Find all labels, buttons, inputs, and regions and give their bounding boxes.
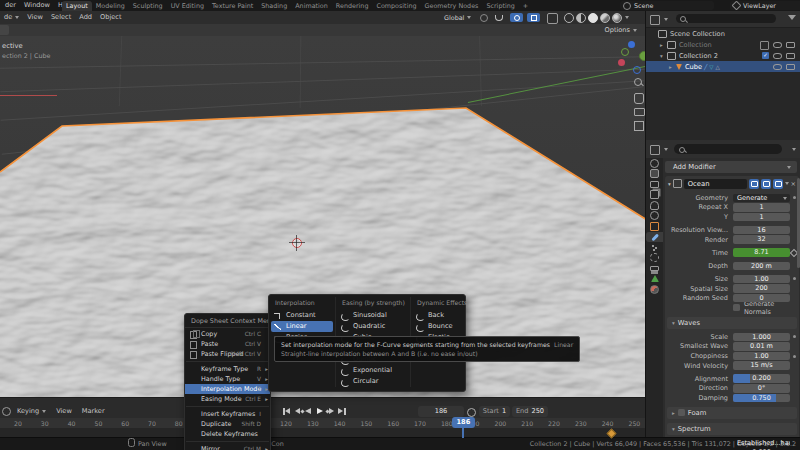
options-dropdown[interactable]: Options [605,25,637,36]
properties-tab-output[interactable] [646,179,663,190]
gizmo-z-axis[interactable] [628,41,635,48]
properties-tab-physics[interactable] [646,253,663,264]
animate-dot-icon[interactable] [793,277,796,280]
shading-extra-button[interactable] [612,13,622,23]
menu-window[interactable]: Window [20,0,54,11]
display-realtime-toggle[interactable] [761,179,771,189]
jump-start-button[interactable] [281,406,292,416]
prop-field-resolution-view[interactable]: 16 [733,226,790,235]
prop-field-scale[interactable]: 1.000 [733,333,790,342]
gizmo-x-axis[interactable] [618,59,625,66]
modifier-extras-icon[interactable] [785,182,789,185]
prop-field-repeat-x[interactable]: 1 [733,203,790,212]
solid-shading-button[interactable] [576,13,586,23]
eye-icon[interactable] [773,64,782,70]
menu-item-duplicate[interactable]: DuplicateShift D [185,419,270,429]
menu-item-mirror[interactable]: MirrorCtrl M▸ [185,444,270,450]
menu-item-easing-mode[interactable]: Easing ModeCtrl E▸ [185,394,270,404]
wireframe-shading-button[interactable] [564,13,574,23]
editor-type-clock-icon[interactable] [2,407,11,416]
expand-arrow-icon[interactable]: ▸ [660,42,667,48]
outliner-display-mode-icon[interactable] [650,15,660,25]
playhead-line[interactable] [462,428,464,438]
camera-icon[interactable] [786,53,795,59]
frame-end-field[interactable]: End250 [512,406,548,417]
display-editmode-toggle[interactable] [749,179,759,189]
display-render-toggle[interactable] [773,179,783,189]
section-foam[interactable]: ▸Foam [667,407,797,419]
prop-field-alignment[interactable]: 0.200 [733,374,790,383]
camera-icon[interactable] [786,64,795,70]
rendered-shading-button[interactable] [600,13,610,23]
prev-keyframe-button[interactable] [292,406,303,416]
properties-tab-render[interactable] [646,169,663,180]
expand-arrow-icon[interactable]: ▸ [669,64,676,70]
properties-search-input[interactable] [674,144,782,154]
mode-selector[interactable]: de [0,11,23,24]
transform-orientation-dropdown[interactable]: Global [444,13,471,22]
tab-layout[interactable]: Layout [62,1,92,11]
outliner-row-collection-2[interactable]: ▾Collection 2✓ [646,50,800,61]
menu-item-copy[interactable]: CopyCtrl C [185,329,270,339]
interp-item-circular[interactable]: Circular [338,376,408,387]
expand-arrow-icon[interactable]: ▾ [660,53,667,59]
close-icon[interactable]: × [791,180,796,188]
properties-editor-icon[interactable] [650,145,660,155]
menu-item-insert-keyframes[interactable]: Insert KeyframesI [185,409,270,419]
tab-animation[interactable]: Animation [291,1,332,11]
menu-item-handle-type[interactable]: Handle TypeV▸ [185,374,270,384]
animate-dot-icon[interactable] [793,335,796,338]
gizmo-z-neg[interactable] [633,66,641,74]
camera-icon[interactable] [786,42,795,48]
menu-item-delete-keyframes[interactable]: Delete Keyframes [185,429,270,439]
gizmo-y-neg[interactable] [621,48,629,56]
snap-toggle[interactable] [495,13,504,22]
filter-funnel-icon[interactable] [788,15,796,20]
menu-der[interactable]: der [1,0,20,11]
viewport-menu-select[interactable]: Select [47,11,75,24]
prop-field-geometry[interactable]: Generate [733,194,790,203]
interp-item-bounce[interactable]: Bounce [413,321,463,332]
add-modifier-button[interactable]: Add Modifier [665,161,797,173]
section-spectrum[interactable]: ▾Spectrum [667,423,797,435]
timeline-menu-marker[interactable]: Marker [77,404,110,418]
checkbox-icon[interactable] [760,41,769,50]
tab-scripting[interactable]: Scripting [482,1,518,11]
outliner-row-cube[interactable]: ▸Cube╱▽△ [646,61,800,72]
viewport-menu-view[interactable]: View [23,11,47,24]
prop-field-render[interactable]: 32 [733,235,790,244]
play-reverse-button[interactable] [303,406,314,416]
prop-field-smallest-wave[interactable]: 0.01 m [733,342,790,351]
tab-uv-editing[interactable]: UV Editing [167,1,208,11]
outliner-search-input[interactable] [676,14,776,23]
prop-field-size[interactable]: 1.00 [733,275,790,284]
zoom-icon[interactable] [634,78,644,88]
properties-tab-object[interactable] [646,221,663,232]
animate-dot-icon[interactable] [793,355,796,358]
prop-field-time[interactable]: 8.71 [733,248,790,257]
add-workspace-button[interactable]: + [519,1,532,11]
next-keyframe-button[interactable] [325,406,336,416]
properties-tab-particles[interactable] [646,242,663,253]
properties-tab-view-layer[interactable] [646,190,663,201]
menu-item-interpolation-mode[interactable]: Interpolation ModeT▸ [185,384,270,394]
interp-item-sinusoidal[interactable]: Sinusoidal [338,310,408,321]
pivot-point-dropdown[interactable] [480,13,489,22]
expand-chevron-icon[interactable]: ▾ [668,181,671,187]
outliner-row-collection[interactable]: ▸Collection [646,39,800,50]
menu-item-paste[interactable]: PasteCtrl V [185,339,270,349]
playhead-frame-badge[interactable]: 186 [452,417,475,428]
xray-toggle[interactable] [547,13,558,24]
properties-tab-material[interactable] [646,284,663,295]
material-shading-button[interactable] [588,13,598,23]
tab-rendering[interactable]: Rendering [332,1,373,11]
jump-end-button[interactable] [336,406,347,416]
interp-item-exponential[interactable]: Exponential [338,365,408,376]
modifier-panel-header[interactable]: ▾ Ocean × [665,176,799,191]
interp-item-constant[interactable]: Constant [271,310,333,321]
prop-field-y[interactable]: 1 [733,213,790,222]
frame-start-field[interactable]: Start1 [479,406,510,417]
checkbox-icon[interactable] [733,304,740,311]
current-frame-field[interactable]: 186 [418,406,464,417]
interp-item-quadratic[interactable]: Quadratic [338,321,408,332]
